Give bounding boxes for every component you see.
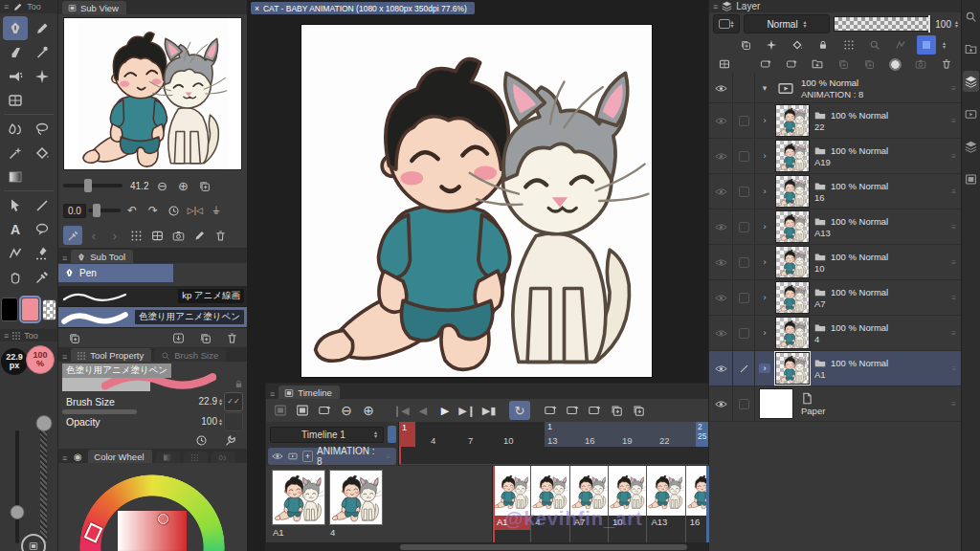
transparency-lock-icon[interactable] (788, 35, 807, 55)
new-animation-cel-icon[interactable] (562, 401, 583, 420)
play-icon[interactable]: ▶ (434, 401, 456, 420)
trash-icon[interactable] (211, 226, 230, 245)
transparent-color-swatch[interactable] (42, 299, 56, 320)
opacity-slider-knob[interactable] (35, 415, 52, 431)
brush-size-bar[interactable] (62, 409, 137, 414)
row-menu-icon[interactable]: ≡ (951, 84, 958, 93)
layer-thumbnail[interactable] (775, 175, 810, 208)
layer-thumbnail[interactable] (775, 104, 810, 137)
frame-icon[interactable] (147, 226, 167, 245)
layer-color-icon[interactable] (917, 35, 936, 55)
loop-icon[interactable]: ↻ (509, 401, 530, 420)
tool-pen[interactable] (3, 16, 28, 40)
select-up-icon[interactable] (865, 35, 884, 55)
timeline-panel-icon[interactable] (270, 401, 291, 420)
batch-change-icon[interactable] (606, 401, 627, 420)
layer-row-A13[interactable]: › 100 % Normal A13 ≡ (709, 209, 962, 245)
opacity-settings-button[interactable] (224, 412, 243, 431)
zoom-out-icon[interactable]: ⊖ (152, 176, 171, 195)
trash-icon[interactable] (222, 328, 241, 347)
color-wheel-tab[interactable]: Color Wheel (88, 450, 151, 463)
expand-icon[interactable]: › (759, 222, 770, 231)
timeline-cel[interactable]: 4 (531, 466, 569, 542)
eye-icon[interactable] (715, 223, 727, 231)
fit-view-icon[interactable]: ⏚ (207, 201, 226, 220)
tool-polyline[interactable] (3, 241, 28, 265)
animation-track-bar[interactable] (399, 447, 709, 465)
subview-rotation-knob[interactable] (93, 204, 100, 217)
panel-menu-icon[interactable]: ≡ (4, 2, 9, 11)
panel-menu-icon[interactable]: ≡ (62, 453, 67, 463)
saturation-value-square[interactable] (118, 511, 187, 551)
cel-preview[interactable]: A1 (272, 470, 325, 542)
next-image-icon[interactable]: › (105, 226, 124, 245)
timeline-zoom-in-icon[interactable]: ⊕ (358, 401, 379, 420)
delete-layer-icon[interactable] (937, 55, 956, 74)
row-menu-icon[interactable]: ≡ (951, 400, 958, 408)
eye-icon[interactable] (715, 294, 727, 302)
eye-icon[interactable] (715, 117, 727, 125)
specify-cels-icon[interactable] (584, 401, 605, 420)
brush-size-value[interactable]: 22.9 (199, 396, 217, 407)
layer-lock-cell[interactable] (739, 328, 749, 339)
apply-mask-icon[interactable] (911, 55, 930, 74)
layer-row-10[interactable]: › 100 % Normal 10 ≡ (709, 245, 962, 280)
subtool-item-anime-fill-pen[interactable]: 色塗り用アニメ塗りペン (58, 307, 247, 328)
subtool-tab[interactable]: Sub Tool (71, 250, 133, 263)
tool-blend[interactable] (30, 40, 55, 64)
reset-all-icon[interactable] (191, 430, 211, 450)
select-down-icon[interactable] (891, 35, 910, 55)
row-menu-icon[interactable]: ≡ (951, 364, 958, 373)
layer-panel-tab-icon[interactable] (963, 71, 979, 92)
subview-rotation-value[interactable]: 0.0 (63, 204, 86, 218)
rotate-ccw-icon[interactable]: ↶ (122, 201, 142, 220)
opacity-slider[interactable] (40, 419, 47, 543)
brush-size-slider-knob[interactable] (11, 505, 25, 519)
flip-horizontal-icon[interactable]: ▷|◁ (186, 201, 205, 220)
subtool-settings-icon[interactable] (64, 328, 83, 347)
clip-to-below-icon[interactable] (736, 35, 755, 55)
expand-icon[interactable]: › (759, 257, 770, 267)
row-menu-icon[interactable]: ≡ (951, 329, 958, 338)
zoom-in-icon[interactable]: ⊕ (173, 176, 192, 195)
timeline-scrollbar[interactable] (266, 542, 709, 551)
tool-object[interactable] (3, 193, 28, 217)
sv-cursor[interactable] (158, 514, 168, 524)
eye-icon[interactable] (272, 452, 283, 460)
panel-menu-icon[interactable]: ≡ (62, 253, 67, 263)
layer-lock-cell[interactable] (739, 222, 749, 232)
subview-tab[interactable]: Sub View (62, 1, 126, 14)
all-sides-view-panel-icon[interactable] (963, 168, 979, 189)
save-preset-icon[interactable] (168, 328, 188, 347)
new-vector-layer-icon[interactable] (782, 55, 801, 74)
grid-icon[interactable] (126, 226, 145, 245)
layer-thumbnail[interactable] (775, 210, 810, 243)
eye-icon[interactable] (715, 84, 727, 93)
camera-icon[interactable] (168, 226, 188, 245)
expand-icon[interactable]: › (759, 116, 770, 125)
lock-layer-icon[interactable] (813, 35, 833, 55)
previous-image-icon[interactable]: ‹ (84, 226, 103, 245)
layer-lock-cell[interactable] (739, 399, 749, 409)
timeline-cel[interactable]: A1 (493, 466, 531, 542)
eye-icon[interactable] (715, 187, 727, 196)
reference-layer-icon[interactable] (762, 35, 781, 55)
tool-magic-wand[interactable] (3, 141, 28, 165)
onion-skin-icon[interactable] (628, 401, 649, 420)
timeline-cel[interactable]: A13 (647, 466, 685, 542)
brush-density-combo[interactable]: ▴▾ (713, 14, 740, 33)
paper-thumbnail[interactable] (759, 388, 793, 419)
tool-text[interactable]: A (3, 217, 28, 241)
cel-preview[interactable]: 4 (329, 470, 383, 542)
tool-hand[interactable] (3, 265, 28, 289)
layer-row-A1-selected[interactable]: › 100 % Normal A1 ≡ (709, 351, 962, 386)
layer-lock-cell[interactable] (739, 257, 749, 268)
tool-decoration[interactable] (30, 64, 55, 88)
tool-eraser[interactable] (3, 40, 28, 64)
animation-track-header[interactable]: + ANIMATION : 8 ≡ (268, 448, 396, 465)
layer-row-16[interactable]: › 100 % Normal 16 ≡ (709, 174, 962, 209)
panel-menu-icon[interactable]: ≡ (62, 352, 67, 362)
playhead[interactable]: 1 (399, 422, 415, 447)
subview-eyedropper-icon[interactable] (63, 226, 82, 245)
timeline-selector[interactable]: Timeline 1 ▴▾ (270, 427, 384, 443)
